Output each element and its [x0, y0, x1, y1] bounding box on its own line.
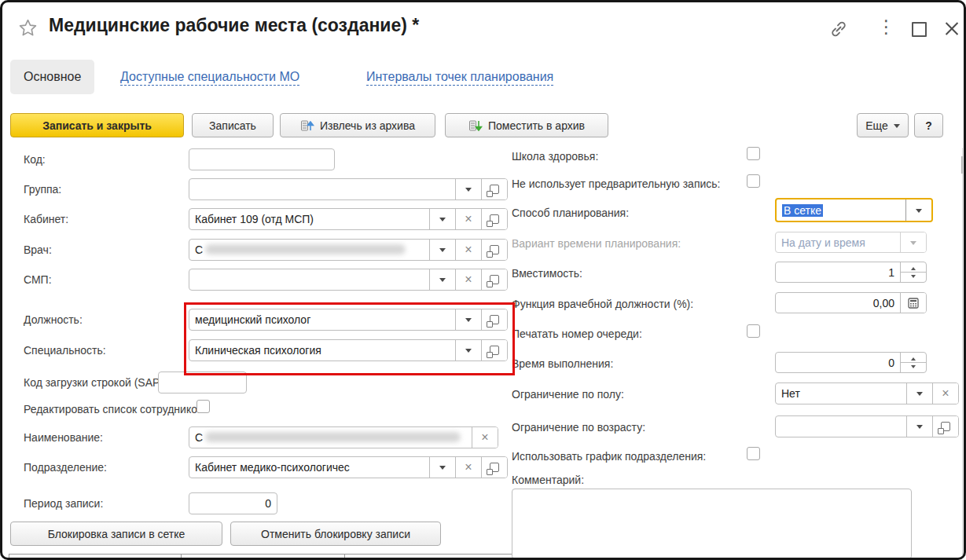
age-restriction-dropdown-button[interactable] [906, 416, 932, 437]
position-combo[interactable]: медицинский психолог [189, 309, 508, 331]
unlock-record-button[interactable]: Отменить блокировку записи [230, 522, 441, 546]
step-up-button[interactable] [901, 353, 926, 363]
scrollbar-thumb[interactable] [961, 156, 963, 174]
doctor-position-function-label: Функция врачебной должности (%): [512, 298, 693, 310]
more-button[interactable]: Еще [857, 113, 909, 137]
clear-icon: × [465, 273, 472, 286]
help-button[interactable]: ? [914, 113, 943, 137]
sap-input[interactable] [158, 372, 247, 393]
copy-link-icon[interactable] [829, 20, 848, 38]
smp-clear-button[interactable]: × [455, 269, 481, 290]
planning-time-variant-dropdown-button [900, 232, 926, 252]
planning-method-dropdown-button[interactable] [905, 199, 931, 221]
capacity-label: Вместимость: [512, 267, 582, 280]
chevron-down-icon [916, 425, 923, 432]
sap-value [159, 372, 246, 393]
tab-planning-intervals[interactable]: Интервалы точек планирования [366, 70, 553, 86]
age-restriction-value [776, 416, 906, 437]
maximize-icon[interactable] [912, 22, 927, 37]
step-down-button[interactable] [901, 273, 926, 282]
table-column-divider [344, 555, 345, 560]
smp-dropdown-button[interactable] [429, 269, 455, 290]
record-period-input[interactable]: 0 [189, 492, 277, 514]
app-window: Медицинские рабочие места (создание) * ⋮… [0, 0, 966, 560]
use-department-schedule-checkbox[interactable] [747, 447, 760, 460]
department-clear-button[interactable]: × [455, 457, 481, 478]
doctor-label: Врач: [24, 243, 52, 256]
cabinet-combo[interactable]: Кабинет 109 (отд МСП) × [189, 208, 508, 230]
group-open-button[interactable] [481, 179, 507, 199]
chevron-down-icon [439, 466, 446, 473]
archive-button[interactable]: Поместить в архив [445, 113, 608, 137]
kebab-menu-icon[interactable]: ⋮ [877, 18, 895, 36]
doctor-position-function-input[interactable]: 0,00 [775, 292, 927, 313]
calculator-button[interactable] [900, 293, 926, 313]
planning-time-variant-label: Вариант времени планирования: [512, 237, 681, 250]
step-up-button[interactable] [901, 262, 926, 273]
record-period-label: Период записи: [24, 497, 103, 510]
age-restriction-combo[interactable] [775, 415, 959, 437]
group-combo[interactable] [189, 178, 508, 200]
specialty-open-button[interactable] [481, 340, 507, 361]
doctor-open-button[interactable] [481, 240, 507, 260]
specialty-label: Специальность: [24, 344, 106, 357]
close-icon[interactable] [945, 21, 959, 35]
doctor-dropdown-button[interactable] [429, 240, 455, 260]
save-button[interactable]: Записать [192, 113, 274, 137]
code-input[interactable] [189, 148, 335, 170]
group-dropdown-button[interactable] [455, 179, 481, 199]
save-and-close-button[interactable]: Записать и закрыть [10, 113, 184, 137]
edit-staff-checkbox[interactable] [197, 400, 210, 413]
doctor-clear-button[interactable]: × [455, 240, 481, 260]
up-arrow-icon [911, 265, 916, 270]
comment-textarea[interactable] [512, 489, 912, 559]
smp-combo[interactable]: × [189, 269, 508, 291]
tab-main[interactable]: Основное [10, 60, 94, 94]
cabinet-open-button[interactable] [481, 209, 507, 229]
step-down-button[interactable] [901, 363, 926, 372]
gender-restriction-dropdown-button[interactable] [906, 383, 932, 404]
execution-time-label: Время выполнения: [512, 357, 613, 370]
chevron-down-icon [910, 241, 916, 248]
gender-restriction-clear-button[interactable]: × [932, 383, 958, 404]
specialty-combo[interactable]: Клиническая психология [189, 339, 508, 361]
gender-restriction-combo[interactable]: Нет × [775, 382, 959, 404]
name-clear-button[interactable]: × [472, 427, 498, 448]
use-department-schedule-label: Использовать график подразделения: [512, 450, 706, 463]
department-open-button[interactable] [481, 457, 507, 478]
planning-method-selected-text: В сетке [782, 204, 823, 217]
lock-record-button[interactable]: Блокировка записи в сетке [10, 522, 222, 546]
scrollbar-track [962, 148, 963, 556]
capacity-value: 1 [776, 262, 900, 282]
print-queue-number-checkbox[interactable] [747, 324, 760, 338]
cabinet-clear-button[interactable]: × [455, 209, 481, 229]
capacity-input[interactable]: 1 [775, 262, 927, 283]
favorite-star-icon[interactable] [18, 18, 38, 38]
planning-method-value: В сетке [777, 199, 905, 221]
name-blur-redaction [205, 432, 461, 442]
position-dropdown-button[interactable] [455, 309, 481, 330]
cabinet-dropdown-button[interactable] [429, 209, 455, 229]
execution-time-stepper[interactable] [900, 353, 926, 372]
unarchive-button[interactable]: Извлечь из архива [280, 113, 435, 137]
specialty-dropdown-button[interactable] [455, 340, 481, 361]
doctor-value-prefix: С [195, 243, 203, 256]
open-form-icon [490, 185, 499, 194]
up-arrow-icon [911, 355, 916, 361]
execution-time-input[interactable]: 0 [775, 352, 927, 373]
health-school-checkbox[interactable] [747, 147, 760, 160]
no-prebooking-checkbox[interactable] [747, 174, 760, 188]
tab-available-specialties[interactable]: Доступные специальности МО [120, 70, 299, 86]
department-dropdown-button[interactable] [429, 457, 455, 478]
down-arrow-icon [911, 365, 916, 371]
capacity-stepper[interactable] [900, 262, 926, 282]
open-form-icon [490, 245, 499, 254]
name-label: Наименование: [24, 431, 103, 444]
smp-open-button[interactable] [481, 269, 507, 290]
planning-method-combo[interactable]: В сетке [775, 198, 933, 222]
print-queue-number-label: Печатать номер очереди: [512, 328, 642, 340]
smp-label: СМП: [24, 273, 52, 286]
department-combo[interactable]: Кабинет медико-психологичес × [189, 456, 508, 478]
age-restriction-open-button[interactable] [932, 416, 958, 437]
position-open-button[interactable] [481, 309, 507, 330]
